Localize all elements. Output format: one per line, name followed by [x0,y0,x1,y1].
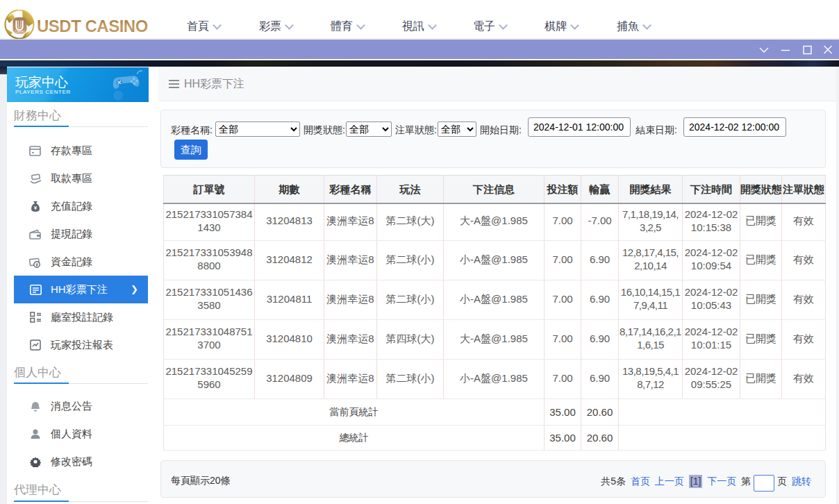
svg-text:¥: ¥ [34,205,38,211]
svg-text:¥: ¥ [35,262,38,267]
svg-text:Casino: Casino [15,30,25,33]
